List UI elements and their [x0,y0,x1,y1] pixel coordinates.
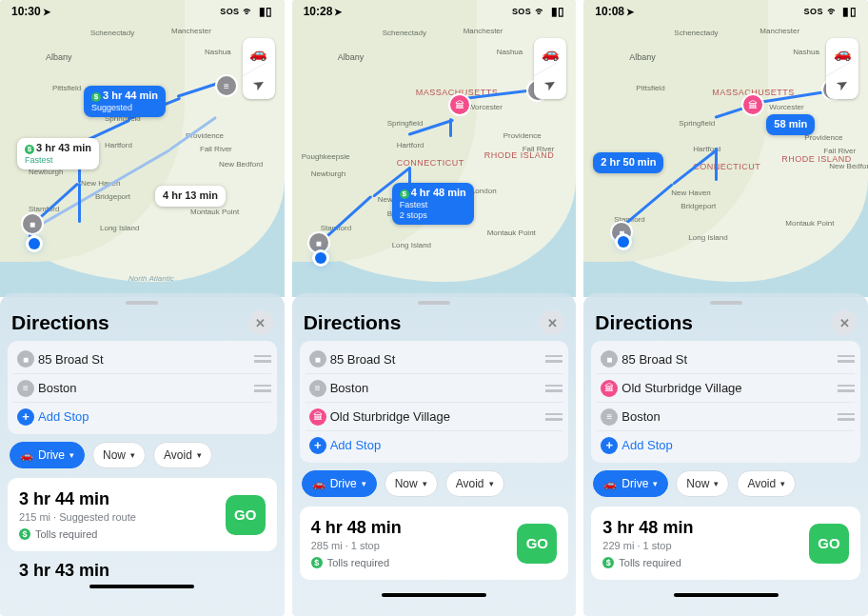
car-mode-icon[interactable]: 🚗 [534,38,566,69]
stop-row[interactable]: ■85 Broad St [306,345,563,373]
route-card[interactable]: 3 hr 48 min229 mi · 1 stop$Tolls require… [591,507,860,580]
home-indicator[interactable] [382,593,486,597]
map-view[interactable]: SchenectadyAlbanyManchesterNashuaPittsfi… [583,0,868,297]
drag-handle-icon[interactable] [254,385,271,392]
depart-time-chip[interactable]: Now▾ [385,470,438,497]
add-stop-row[interactable]: +Add Stop [13,402,271,430]
location-icon: ➤ [43,7,50,17]
drag-handle-icon[interactable] [545,413,562,421]
options-row: 🚗Drive▾Now▾Avoid▾ [8,442,277,478]
grab-handle[interactable] [418,301,450,305]
map-pin[interactable]: ≡ [217,76,236,95]
drag-handle-icon[interactable] [838,355,855,363]
status-time: 10:28 [304,5,333,18]
chevron-down-icon: ▾ [714,480,719,488]
route-callout[interactable]: $3 hr 43 minFastest [17,138,99,169]
stop-row[interactable]: ≡Boston [306,373,563,402]
go-button[interactable]: GO [226,495,266,535]
depart-time-chip[interactable]: Now▾ [92,442,146,468]
stop-row[interactable]: ≡Boston [13,373,271,402]
map-pin[interactable]: ■ [309,233,328,252]
route-card[interactable]: 3 hr 44 min215 mi · Suggested route$Toll… [8,478,277,551]
add-stop-row[interactable]: +Add Stop [597,430,855,459]
route-callout[interactable]: $3 hr 44 minSuggested [84,86,166,117]
route-card-peek[interactable]: 3 hr 43 min [8,561,277,581]
status-time: 10:30 [11,5,41,18]
stop-label: Boston [330,381,546,395]
home-indicator[interactable] [674,593,779,597]
drive-mode-chip[interactable]: 🚗Drive▾ [302,470,377,497]
stop-row[interactable]: ≡Boston [597,402,855,430]
map-pin[interactable]: ■ [23,214,42,233]
depart-time-chip[interactable]: Now▾ [676,470,729,497]
avoid-chip[interactable]: Avoid▾ [737,470,796,497]
stop-row[interactable]: 🏛Old Sturbridge Village [306,402,563,430]
car-mode-icon[interactable]: 🚗 [243,38,275,69]
close-button[interactable]: ✕ [832,310,857,335]
stop-label: Old Sturbridge Village [621,381,838,395]
route-callout[interactable]: 4 hr 13 min [155,186,226,207]
drag-handle-icon[interactable] [545,385,562,392]
drag-handle-icon[interactable] [838,413,855,421]
battery-icon: ▮▯ [551,5,565,18]
current-location-dot [315,252,326,264]
avoid-chip[interactable]: Avoid▾ [153,442,212,468]
stop-label: 85 Broad St [38,352,254,367]
phone-3: 10:08➤SOSᯤ▮▯SchenectadyAlbanyManchesterN… [583,0,868,616]
home-indicator[interactable] [89,585,194,588]
close-button[interactable]: ✕ [248,310,273,335]
go-button[interactable]: GO [809,524,849,564]
map-view[interactable]: SchenectadyAlbanyManchesterNashuaMASSACH… [292,0,577,297]
car-mode-icon[interactable]: 🚗 [826,38,858,69]
stop-row[interactable]: ■85 Broad St [13,345,271,373]
route-callout[interactable]: 2 hr 50 min [593,152,663,173]
route-segment [715,148,718,181]
stop-label: Add Stop [38,409,271,424]
route-callout[interactable]: 58 min [766,114,815,135]
directions-sheet[interactable]: Directions✕■85 Broad St≡Boston🏛Old Sturb… [292,293,577,616]
location-icon: ➤ [334,7,342,17]
grab-handle[interactable] [710,301,742,305]
chevron-down-icon: ▾ [780,480,785,488]
plus-icon: + [17,408,34,426]
car-icon: 🚗 [603,478,617,490]
drive-mode-chip[interactable]: 🚗Drive▾ [593,470,668,497]
go-button[interactable]: GO [517,524,557,564]
drag-handle-icon[interactable] [838,385,855,392]
stops-card: ■85 Broad St≡Boston🏛Old Sturbridge Villa… [300,341,569,463]
stop-label: 85 Broad St [330,352,546,367]
car-icon: 🚗 [312,478,326,490]
drag-handle-icon[interactable] [254,355,271,363]
drive-mode-chip[interactable]: 🚗Drive▾ [10,442,85,468]
phone-1: 10:30➤SOSᯤ▮▯SchenectadyAlbanyManchesterN… [0,0,285,616]
tolls-row: $Tolls required [311,557,508,568]
directions-sheet[interactable]: Directions✕■85 Broad St🏛Old Sturbridge V… [583,293,868,616]
stop-dot-icon: 🏛 [601,380,618,397]
map-view[interactable]: SchenectadyAlbanyManchesterNashuaPittsfi… [0,0,285,297]
stop-dot-icon: ≡ [309,380,326,397]
stop-row[interactable]: 🏛Old Sturbridge Village [597,373,855,402]
avoid-chip[interactable]: Avoid▾ [445,470,504,497]
route-card[interactable]: 4 hr 48 min285 mi · 1 stop$Tolls require… [300,507,569,580]
stops-card: ■85 Broad St🏛Old Sturbridge Village≡Bost… [591,341,860,463]
close-button[interactable]: ✕ [540,310,564,335]
tolls-icon: $ [91,92,101,102]
sos-label: SOS [220,7,239,16]
route-subtitle: 215 mi · Suggested route [19,511,216,523]
directions-sheet[interactable]: Directions✕■85 Broad St≡Boston+Add Stop🚗… [0,293,285,616]
stop-dot-icon: ≡ [601,408,618,426]
drag-handle-icon[interactable] [545,355,562,363]
chevron-down-icon: ▾ [69,451,74,460]
map-pin[interactable]: 🏛 [450,95,469,114]
sheet-title: Directions [595,311,693,334]
stop-row[interactable]: ■85 Broad St [597,345,855,373]
chevron-down-icon: ▾ [197,451,202,460]
grab-handle[interactable] [126,301,158,305]
stop-dot-icon: ■ [601,350,618,368]
phone-2: 10:28➤SOSᯤ▮▯SchenectadyAlbanyManchesterN… [292,0,577,616]
add-stop-row[interactable]: +Add Stop [306,430,563,459]
route-time: 3 hr 44 min [19,489,216,509]
status-bar: 10:08➤SOSᯤ▮▯ [583,0,868,23]
route-callout[interactable]: $4 hr 48 minFastest2 stops [392,183,474,225]
tolls-icon: $ [400,189,409,199]
